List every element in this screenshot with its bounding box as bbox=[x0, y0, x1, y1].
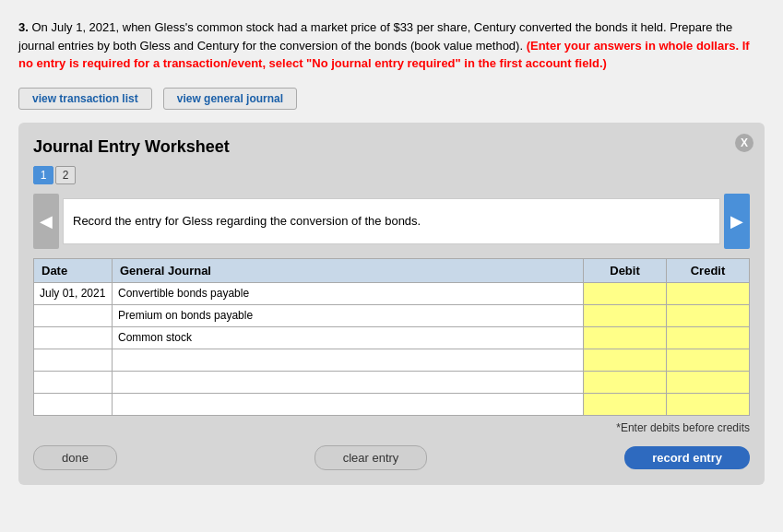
clear-entry-button[interactable]: clear entry bbox=[314, 445, 428, 470]
row4-debit-input[interactable] bbox=[589, 353, 660, 367]
next-arrow-button[interactable]: ▶ bbox=[724, 194, 750, 249]
worksheet-container: Journal Entry Worksheet X 1 2 ◀ Record t… bbox=[18, 123, 765, 485]
bottom-button-row: done clear entry record entry bbox=[33, 445, 750, 470]
right-arrow-icon: ▶ bbox=[730, 211, 743, 231]
tab-1[interactable]: 1 bbox=[33, 166, 53, 184]
view-general-journal-button[interactable]: view general journal bbox=[163, 88, 297, 110]
close-button[interactable]: X bbox=[735, 134, 753, 152]
row3-date bbox=[34, 326, 113, 349]
table-row: Common stock bbox=[34, 326, 750, 349]
entry-description: Record the entry for Gless regarding the… bbox=[63, 198, 720, 244]
row5-date bbox=[34, 371, 113, 393]
row1-debit[interactable] bbox=[584, 282, 667, 304]
row1-credit[interactable] bbox=[667, 282, 750, 304]
entry-description-row: ◀ Record the entry for Gless regarding t… bbox=[33, 194, 750, 249]
row5-account bbox=[113, 371, 584, 393]
row6-account bbox=[113, 393, 584, 415]
journal-table: Date General Journal Debit Credit July 0… bbox=[33, 258, 750, 416]
row2-date bbox=[34, 304, 113, 326]
toolbar-buttons: view transaction list view general journ… bbox=[18, 88, 765, 110]
header-debit: Debit bbox=[584, 258, 667, 282]
header-credit: Credit bbox=[667, 258, 750, 282]
row3-credit[interactable] bbox=[667, 326, 750, 349]
enter-note: *Enter debits before credits bbox=[33, 421, 750, 434]
row3-debit-input[interactable] bbox=[589, 331, 660, 345]
record-entry-button[interactable]: record entry bbox=[624, 446, 750, 469]
row6-debit[interactable] bbox=[584, 393, 667, 415]
done-button[interactable]: done bbox=[33, 445, 117, 470]
left-arrow-icon: ◀ bbox=[40, 211, 53, 231]
row4-credit-input[interactable] bbox=[672, 353, 743, 367]
header-date: Date bbox=[34, 258, 113, 282]
row3-debit[interactable] bbox=[584, 326, 667, 349]
row6-credit-input[interactable] bbox=[672, 397, 743, 411]
table-row bbox=[34, 349, 750, 371]
row2-credit[interactable] bbox=[667, 304, 750, 326]
row4-account bbox=[113, 349, 584, 371]
row4-debit[interactable] bbox=[584, 349, 667, 371]
table-row bbox=[34, 371, 750, 393]
tab-2[interactable]: 2 bbox=[55, 166, 76, 184]
row5-credit-input[interactable] bbox=[672, 375, 743, 389]
row3-credit-input[interactable] bbox=[672, 331, 743, 345]
row5-debit[interactable] bbox=[584, 371, 667, 393]
row1-date: July 01, 2021 bbox=[34, 282, 113, 304]
table-row: Premium on bonds payable bbox=[34, 304, 750, 326]
row4-credit[interactable] bbox=[667, 349, 750, 371]
row4-date bbox=[34, 349, 113, 371]
view-transaction-list-button[interactable]: view transaction list bbox=[18, 88, 152, 110]
row2-debit[interactable] bbox=[584, 304, 667, 326]
table-row: July 01, 2021 Convertible bonds payable bbox=[34, 282, 750, 304]
row6-date bbox=[34, 393, 113, 415]
tab-row: 1 2 bbox=[33, 166, 750, 184]
row1-debit-input[interactable] bbox=[589, 287, 660, 301]
question-number: 3. bbox=[18, 20, 29, 34]
prev-arrow-button[interactable]: ◀ bbox=[33, 194, 59, 249]
row2-debit-input[interactable] bbox=[589, 309, 660, 323]
row1-account: Convertible bonds payable bbox=[113, 282, 584, 304]
table-row bbox=[34, 393, 750, 415]
row6-credit[interactable] bbox=[667, 393, 750, 415]
row3-account: Common stock bbox=[113, 326, 584, 349]
row1-credit-input[interactable] bbox=[672, 287, 743, 301]
row2-credit-input[interactable] bbox=[672, 309, 743, 323]
row6-debit-input[interactable] bbox=[589, 397, 660, 411]
row5-debit-input[interactable] bbox=[589, 375, 660, 389]
worksheet-title: Journal Entry Worksheet bbox=[33, 137, 750, 157]
row2-account: Premium on bonds payable bbox=[113, 304, 584, 326]
header-general-journal: General Journal bbox=[113, 258, 584, 282]
question-container: 3. On July 1, 2021, when Gless's common … bbox=[18, 18, 765, 73]
row5-credit[interactable] bbox=[667, 371, 750, 393]
